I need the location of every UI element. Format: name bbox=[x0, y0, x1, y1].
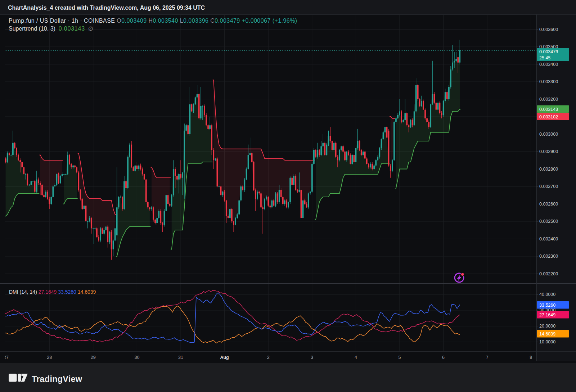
svg-text:3: 3 bbox=[311, 355, 313, 360]
svg-text:0.002300: 0.002300 bbox=[539, 254, 558, 259]
svg-text:31: 31 bbox=[178, 355, 183, 360]
svg-text:0.003102: 0.003102 bbox=[539, 114, 558, 120]
svg-text:TradingView: TradingView bbox=[32, 374, 82, 384]
svg-text:6: 6 bbox=[442, 355, 445, 360]
svg-text:0.003143: 0.003143 bbox=[539, 107, 558, 112]
svg-text:2: 2 bbox=[267, 355, 270, 360]
svg-text:0.003400: 0.003400 bbox=[539, 62, 558, 67]
svg-text:0.002200: 0.002200 bbox=[539, 271, 558, 276]
svg-text:0.002500: 0.002500 bbox=[539, 219, 558, 224]
svg-text:0.003479: 0.003479 bbox=[539, 49, 558, 54]
svg-text:5: 5 bbox=[399, 355, 401, 360]
svg-text:0.002600: 0.002600 bbox=[539, 202, 558, 207]
svg-text:ChartAnalysis_4 created with T: ChartAnalysis_4 created with TradingView… bbox=[8, 5, 205, 11]
svg-text:20.0000: 20.0000 bbox=[539, 324, 555, 329]
svg-text:14.6039: 14.6039 bbox=[539, 332, 555, 337]
svg-text:33.5260: 33.5260 bbox=[539, 303, 555, 308]
svg-text:0.003200: 0.003200 bbox=[539, 97, 558, 102]
svg-text:28: 28 bbox=[47, 355, 52, 360]
svg-text:Supertrend (10, 3) 0.003143: Supertrend (10, 3) 0.003143 ∅ bbox=[9, 26, 93, 32]
svg-text:0.003600: 0.003600 bbox=[539, 27, 558, 32]
svg-text:0.002900: 0.002900 bbox=[539, 149, 558, 154]
svg-text:0.003000: 0.003000 bbox=[539, 132, 558, 137]
svg-text:0.002400: 0.002400 bbox=[539, 236, 558, 242]
svg-text:27.1649: 27.1649 bbox=[539, 312, 555, 317]
svg-text:0.002800: 0.002800 bbox=[539, 167, 558, 172]
svg-text:29: 29 bbox=[91, 355, 96, 360]
svg-text:4: 4 bbox=[355, 355, 357, 360]
svg-text:30: 30 bbox=[134, 355, 139, 360]
svg-text:DMI (14, 14) 27.1649 33.5260: DMI (14, 14) 27.1649 33.5260 14.6039 bbox=[9, 289, 96, 295]
svg-text:25:45: 25:45 bbox=[539, 55, 550, 60]
svg-text:10.0000: 10.0000 bbox=[539, 339, 555, 344]
svg-text:0.002700: 0.002700 bbox=[539, 184, 558, 189]
svg-text:Pump.fun / US Dollar · 1h · CO: Pump.fun / US Dollar · 1h · COINBASE O0.… bbox=[9, 18, 297, 24]
svg-text:0.003300: 0.003300 bbox=[539, 79, 558, 84]
svg-text:40.0000: 40.0000 bbox=[539, 292, 555, 297]
svg-text:Aug: Aug bbox=[220, 355, 229, 360]
svg-text:8: 8 bbox=[530, 355, 532, 360]
svg-text:7: 7 bbox=[486, 355, 489, 360]
